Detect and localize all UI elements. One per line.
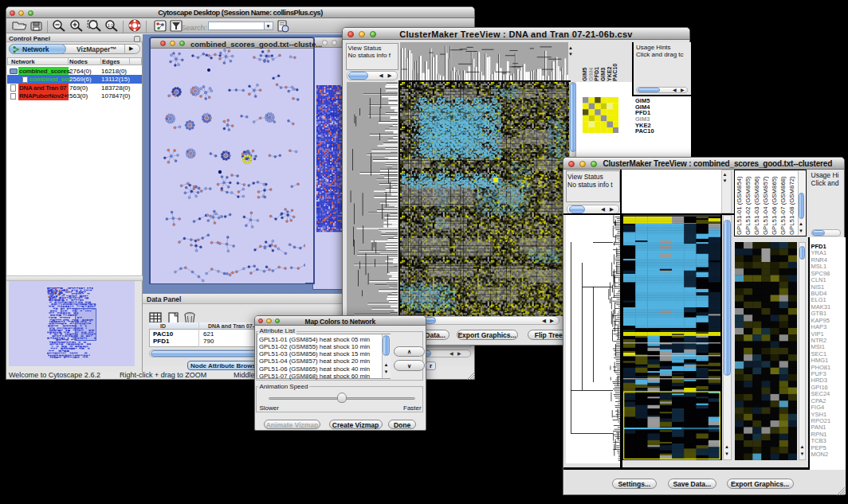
svg-text:1:1: 1:1	[108, 22, 113, 27]
